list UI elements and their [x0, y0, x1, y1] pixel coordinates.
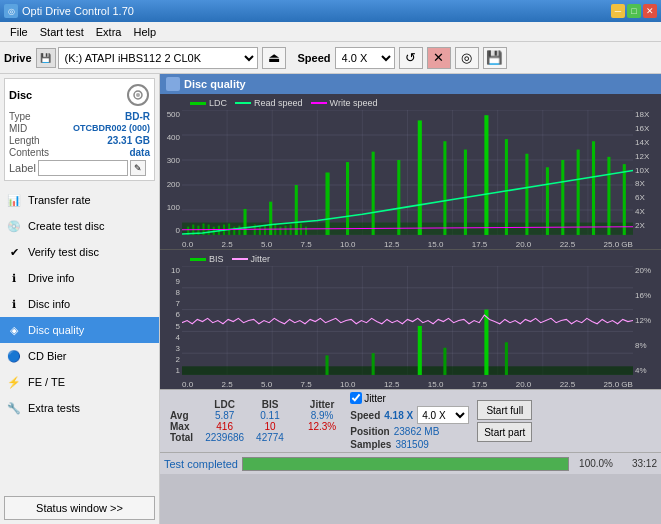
progress-bar-row: Test completed 100.0% 33:12: [160, 452, 661, 474]
stats-bar: LDC BIS Jitter Avg 5.87 0.11 8.9% Max 41…: [160, 389, 661, 452]
avg-label: Avg: [164, 410, 199, 421]
progress-bar-inner: [243, 458, 568, 470]
label-input[interactable]: [38, 160, 128, 176]
panel-header: Disc quality: [160, 74, 661, 94]
panel-title: Disc quality: [184, 78, 246, 90]
menu-help[interactable]: Help: [127, 24, 162, 40]
sidebar-item-transfer-rate[interactable]: 📊 Transfer rate: [0, 187, 159, 213]
disc-panel: Disc Type BD-R MID OTCBDR002 (000) Lengt…: [4, 78, 155, 181]
start-full-button[interactable]: Start full: [477, 400, 532, 420]
svg-rect-74: [418, 326, 422, 375]
svg-rect-27: [443, 141, 446, 235]
fe-te-icon: ⚡: [6, 374, 22, 390]
chart1-container: LDC Read speed Write speed 500 400 300 2…: [160, 94, 661, 249]
svg-rect-20: [269, 202, 272, 235]
status-label: Test completed: [164, 458, 238, 470]
drive-select[interactable]: (K:) ATAPI iHBS112 2 CL0K: [58, 47, 258, 69]
sidebar-item-drive-info[interactable]: ℹ Drive info: [0, 265, 159, 291]
status-window-button[interactable]: Status window >>: [4, 496, 155, 520]
menu-bar: File Start test Extra Help: [0, 22, 661, 42]
disc-length-row: Length 23.31 GB: [9, 135, 150, 146]
verify-disc-icon: ✔: [6, 244, 22, 260]
svg-rect-32: [546, 167, 549, 235]
svg-rect-26: [418, 120, 422, 235]
maximize-button[interactable]: □: [627, 4, 641, 18]
title-bar: ◎ Opti Drive Control 1.70 ─ □ ✕: [0, 0, 661, 22]
save-button[interactable]: 💾: [483, 47, 507, 69]
chart2-legend: BIS Jitter: [160, 252, 661, 266]
samples-row: Samples 381509: [350, 439, 469, 450]
chart1-y-labels-left: 500 400 300 200 100 0: [160, 110, 182, 235]
speed-select[interactable]: 4.0 X: [335, 47, 395, 69]
svg-rect-75: [484, 310, 488, 375]
write-speed-legend-color: [311, 102, 327, 104]
close-button[interactable]: ✕: [643, 4, 657, 18]
menu-extra[interactable]: Extra: [90, 24, 128, 40]
svg-rect-25: [397, 160, 400, 235]
svg-rect-28: [464, 150, 467, 235]
disc-header-label: Disc: [9, 89, 32, 101]
bis-max: 10: [250, 421, 290, 432]
chart2-svg: [182, 266, 633, 375]
menu-start-test[interactable]: Start test: [34, 24, 90, 40]
transfer-rate-icon: 📊: [6, 192, 22, 208]
sidebar-item-create-test-disc[interactable]: 💿 Create test disc: [0, 213, 159, 239]
svg-rect-73: [182, 366, 633, 375]
ldc-total: 2239686: [199, 432, 250, 443]
svg-rect-57: [305, 227, 307, 235]
bis-total: 42774: [250, 432, 290, 443]
svg-rect-23: [346, 162, 349, 235]
total-label: Total: [164, 432, 199, 443]
svg-rect-52: [274, 225, 276, 235]
disc-quality-icon: ◈: [6, 322, 22, 338]
progress-bar-outer: [242, 457, 569, 471]
svg-rect-50: [259, 227, 261, 235]
bis-legend-label: BIS: [209, 254, 224, 264]
extra-tests-icon: 🔧: [6, 400, 22, 416]
svg-rect-54: [285, 226, 287, 235]
jitter-max: 12.3%: [302, 421, 342, 432]
speed-label: Speed: [298, 52, 331, 64]
disc-icon: [126, 83, 150, 107]
drive-label: Drive: [4, 52, 32, 64]
erase-button[interactable]: ✕: [427, 47, 451, 69]
menu-file[interactable]: File: [4, 24, 34, 40]
sidebar-item-verify-test-disc[interactable]: ✔ Verify test disc: [0, 239, 159, 265]
progress-percent: 100.0%: [573, 458, 613, 469]
ldc-max: 416: [199, 421, 250, 432]
svg-rect-36: [607, 157, 610, 235]
disc-contents-row: Contents data: [9, 147, 150, 158]
svg-rect-29: [484, 115, 488, 235]
app-title: Opti Drive Control 1.70: [22, 5, 134, 17]
panel-icon: [166, 77, 180, 91]
write-speed-legend-label: Write speed: [330, 98, 378, 108]
sidebar-item-extra-tests[interactable]: 🔧 Extra tests: [0, 395, 159, 421]
nav-label-cd-bier: CD Bier: [28, 350, 67, 362]
minimize-button[interactable]: ─: [611, 4, 625, 18]
svg-rect-79: [326, 355, 329, 375]
sidebar-item-cd-bier[interactable]: 🔵 CD Bier: [0, 343, 159, 369]
jitter-check-label: Jitter: [364, 393, 386, 404]
sidebar-item-disc-quality[interactable]: ◈ Disc quality: [0, 317, 159, 343]
start-part-button[interactable]: Start part: [477, 422, 532, 442]
svg-rect-47: [233, 227, 235, 235]
jitter-checkbox[interactable]: [350, 392, 362, 404]
sidebar-item-fe-te[interactable]: ⚡ FE / TE: [0, 369, 159, 395]
disc-button[interactable]: ◎: [455, 47, 479, 69]
svg-rect-77: [505, 342, 508, 375]
create-disc-icon: 💿: [6, 218, 22, 234]
chart2-y-labels-right: 20%16%12%8%4%: [633, 266, 661, 375]
label-edit-button[interactable]: ✎: [130, 160, 146, 176]
svg-rect-33: [561, 160, 564, 235]
nav-label-disc-info: Disc info: [28, 298, 70, 310]
sidebar-item-disc-info[interactable]: ℹ Disc info: [0, 291, 159, 317]
sidebar-nav: 📊 Transfer rate 💿 Create test disc ✔ Ver…: [0, 187, 159, 421]
eject-button[interactable]: ⏏: [262, 47, 286, 69]
jitter-speed-section: Jitter Speed 4.18 X 4.0 X Position 23862…: [350, 392, 469, 450]
svg-rect-53: [279, 227, 281, 235]
nav-label-disc-quality: Disc quality: [28, 324, 84, 336]
chart2-x-labels: 0.02.55.07.510.012.515.017.520.022.525.0…: [182, 380, 633, 389]
refresh-button[interactable]: ↺: [399, 47, 423, 69]
speed-dropdown[interactable]: 4.0 X: [417, 406, 469, 424]
position-value: 23862 MB: [394, 426, 440, 437]
